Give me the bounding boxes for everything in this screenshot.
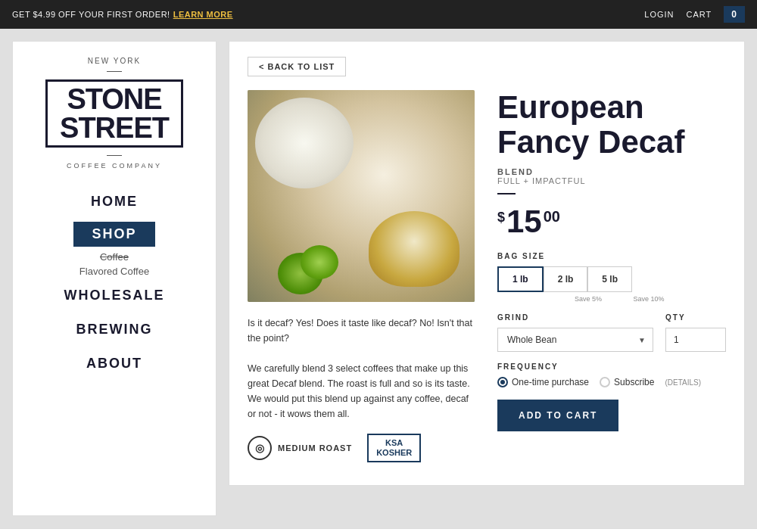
product-image [248, 90, 475, 302]
price-dollars: 15 [506, 204, 542, 240]
bag-save-1lb [497, 295, 558, 303]
banner-nav: LOGIN CART 0 [644, 6, 745, 23]
back-to-list-button[interactable]: < BACK TO LIST [248, 57, 346, 76]
bag-size-2lb[interactable]: 2 lb [544, 266, 588, 292]
frequency-label: FREQUENCY [497, 362, 726, 371]
sidebar-item-brewing[interactable]: BREWING [13, 313, 216, 347]
roast-icon: ◎ [248, 436, 272, 460]
qty-input[interactable] [665, 328, 726, 352]
sidebar-divider-bottom [107, 155, 122, 156]
sidebar-item-shop[interactable]: SHOP [73, 222, 154, 247]
radio-subscribe-icon [600, 377, 610, 387]
frequency-subscribe[interactable]: Subscribe [600, 377, 654, 387]
sidebar: NEW YORK STONE STREET COFFEE COMPANY HOM… [12, 41, 217, 516]
footer: HOME GOOD TASTE CLUB CONTACT CUSTOMER SE… [0, 528, 757, 532]
sidebar-logo: STONE STREET [45, 79, 183, 148]
product-subtitle: FULL + IMPACTFUL [497, 176, 726, 185]
bag-save-row: Save 5% Save 10% [497, 295, 726, 303]
subscribe-details-link[interactable]: (DETAILS) [665, 378, 701, 387]
add-to-cart-button[interactable]: ADD TO CART [497, 400, 618, 431]
product-image-col: Is it decaf? Yes! Does it taste like dec… [248, 90, 475, 462]
radio-dot [500, 380, 505, 384]
product-divider [497, 193, 516, 194]
sidebar-sub-flavored[interactable]: Flavored Coffee [79, 264, 149, 278]
grind-label: GRIND [497, 313, 653, 322]
grind-col: GRIND Whole Bean Regular Grind Fine Grin… [497, 313, 653, 352]
product-type: BLEND [497, 167, 726, 176]
grind-select-wrapper: Whole Bean Regular Grind Fine Grind Espr… [497, 328, 653, 352]
banner-promo: GET $4.99 OFF YOUR FIRST ORDER! LEARN MO… [12, 10, 233, 19]
image-plate [255, 98, 354, 188]
product-description: Is it decaf? Yes! Does it taste like dec… [248, 316, 475, 422]
kosher-badge: KSA KOSHER [367, 434, 421, 462]
bag-save-5lb: Save 10% [618, 295, 679, 303]
sidebar-nav: HOME SHOP Coffee Flavored Coffee WHOLESA… [13, 185, 216, 381]
logo-line2: STREET [60, 114, 169, 142]
product-title: European Fancy Decaf [497, 90, 726, 160]
product-badges: ◎ MEDIUM ROAST KSA KOSHER [248, 434, 475, 462]
top-banner: GET $4.99 OFF YOUR FIRST ORDER! LEARN MO… [0, 0, 757, 29]
qty-label: QTY [665, 313, 726, 322]
bag-save-2lb: Save 5% [558, 295, 618, 303]
learn-more-link[interactable]: LEARN MORE [173, 10, 233, 19]
sidebar-sub-coffee[interactable]: Coffee [100, 250, 129, 264]
kosher-label: KOSHER [376, 448, 412, 458]
content-area: < BACK TO LIST Is it decaf? Yes! Does it… [217, 29, 757, 528]
bag-size-label: BAG SIZE [497, 252, 726, 260]
grind-qty-row: GRIND Whole Bean Regular Grind Fine Grin… [497, 313, 726, 352]
image-lime2 [301, 245, 338, 279]
product-price: $ 15 00 [497, 204, 726, 240]
price-dollar-sign: $ [497, 210, 505, 226]
radio-one-time-icon [497, 377, 508, 387]
sidebar-divider-top [107, 71, 122, 72]
sidebar-item-about[interactable]: ABOUT [13, 347, 216, 381]
roast-label: MEDIUM ROAST [278, 443, 352, 453]
login-link[interactable]: LOGIN [644, 10, 674, 19]
cart-count[interactable]: 0 [724, 6, 745, 23]
product-info-col: European Fancy Decaf BLEND FULL + IMPACT… [497, 90, 726, 462]
qty-col: QTY [665, 313, 726, 352]
frequency-row: One-time purchase Subscribe (DETAILS) [497, 377, 726, 387]
grind-select[interactable]: Whole Bean Regular Grind Fine Grind Espr… [497, 328, 653, 352]
frequency-subscribe-label: Subscribe [614, 377, 654, 387]
description-line2: We carefully blend 3 select coffees that… [248, 361, 475, 422]
promo-text: GET $4.99 OFF YOUR FIRST ORDER! [12, 10, 170, 19]
kosher-ksa: KSA [385, 438, 403, 448]
logo-line1: STONE [60, 85, 169, 114]
bag-size-row: 1 lb 2 lb 5 lb [497, 266, 726, 292]
content-card: < BACK TO LIST Is it decaf? Yes! Does it… [229, 41, 745, 486]
cart-link[interactable]: CART [687, 10, 712, 19]
image-cup [369, 211, 459, 287]
sidebar-item-wholesale[interactable]: WHOLESALE [13, 278, 216, 313]
sidebar-item-home[interactable]: HOME [13, 185, 216, 219]
product-layout: Is it decaf? Yes! Does it taste like dec… [248, 90, 726, 462]
frequency-one-time-label: One-time purchase [512, 377, 589, 387]
roast-badge: ◎ MEDIUM ROAST [248, 436, 352, 460]
bag-size-5lb[interactable]: 5 lb [587, 266, 632, 292]
price-cents: 00 [544, 208, 560, 226]
sidebar-company: COFFEE COMPANY [67, 162, 162, 170]
description-line1: Is it decaf? Yes! Does it taste like dec… [248, 316, 475, 346]
frequency-one-time[interactable]: One-time purchase [497, 377, 589, 387]
bag-size-1lb[interactable]: 1 lb [497, 266, 544, 292]
main-layout: NEW YORK STONE STREET COFFEE COMPANY HOM… [0, 29, 757, 528]
sidebar-city: NEW YORK [88, 57, 141, 65]
